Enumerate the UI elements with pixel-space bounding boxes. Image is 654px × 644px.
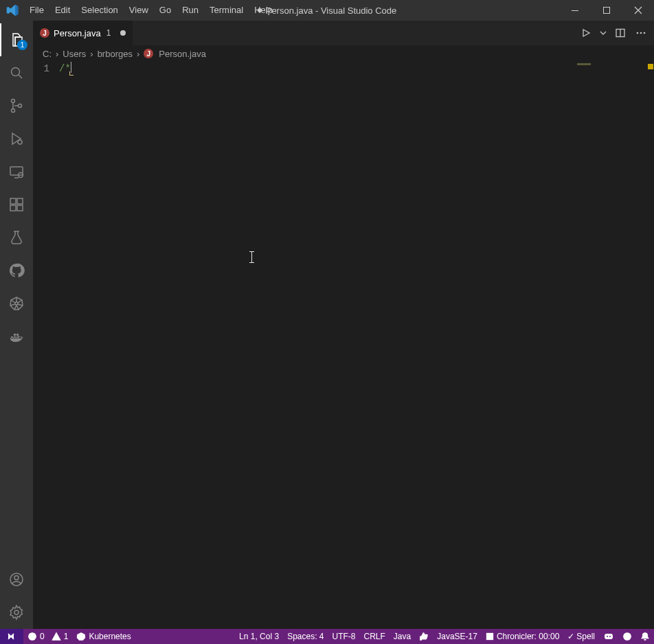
java-file-icon: J: [144, 49, 153, 58]
workbench: 1: [0, 21, 654, 629]
code-content[interactable]: /*: [59, 62, 76, 76]
activity-accounts[interactable]: [0, 563, 33, 596]
svg-point-20: [640, 32, 642, 34]
status-spaces-text: Spaces: 4: [287, 632, 324, 641]
breadcrumb-seg-3[interactable]: Person.java: [159, 49, 206, 59]
svg-rect-24: [486, 634, 493, 640]
minimap-content: [577, 63, 591, 65]
svg-rect-11: [17, 205, 23, 211]
status-kubernetes-text: Kubernetes: [89, 632, 131, 641]
menu-run[interactable]: Run: [177, 0, 204, 21]
menu-go[interactable]: Go: [154, 0, 177, 21]
status-kubernetes[interactable]: Kubernetes: [72, 629, 135, 644]
code-editor[interactable]: 1 /*: [33, 62, 573, 629]
window-close-button[interactable]: [622, 0, 654, 21]
status-eol[interactable]: CRLF: [360, 629, 390, 644]
status-indentation[interactable]: Spaces: 4: [283, 629, 328, 644]
activity-testing[interactable]: [0, 221, 33, 254]
overview-ruler[interactable]: [644, 62, 654, 629]
svg-point-4: [12, 109, 15, 113]
activity-run-debug[interactable]: [0, 122, 33, 155]
svg-point-25: [624, 633, 631, 641]
breadcrumb-seg-1[interactable]: Users: [63, 49, 86, 59]
menu-file[interactable]: File: [24, 0, 49, 21]
status-language-mode[interactable]: Java: [390, 629, 415, 644]
status-problems[interactable]: 0 1: [23, 629, 72, 644]
window-controls: [559, 0, 654, 21]
status-encoding[interactable]: UTF-8: [328, 629, 360, 644]
status-warning-count: 1: [64, 632, 69, 641]
svg-rect-12: [17, 198, 23, 204]
window-minimize-button[interactable]: [559, 0, 591, 21]
java-file-icon: J: [40, 28, 49, 38]
status-spell-text: Spell: [567, 632, 595, 641]
status-notifications[interactable]: [636, 629, 654, 644]
editor-split: 1 /*: [33, 62, 654, 629]
minimap[interactable]: [573, 62, 644, 629]
svg-rect-1: [604, 8, 610, 14]
menu-selection[interactable]: Selection: [76, 0, 123, 21]
bracket-guide-icon: [69, 71, 74, 76]
status-encoding-text: UTF-8: [332, 632, 356, 641]
status-copilot[interactable]: [599, 629, 618, 644]
overview-warning-marker: [648, 64, 653, 69]
record-icon: [486, 632, 494, 641]
run-code-dropdown[interactable]: [599, 25, 607, 41]
activity-settings[interactable]: [0, 596, 33, 629]
chevron-right-icon: ›: [56, 49, 58, 59]
svg-rect-7: [10, 167, 23, 175]
status-error-count: 0: [40, 632, 45, 641]
status-remote-button[interactable]: [0, 629, 23, 644]
menu-edit[interactable]: Edit: [49, 0, 76, 21]
status-java-thumbsup[interactable]: [415, 629, 433, 644]
status-chronicler[interactable]: Chronicler: 00:00: [482, 629, 563, 644]
vscode-logo-icon: [0, 3, 24, 17]
menu-bar: File Edit Selection View Go Run Terminal…: [24, 0, 278, 21]
activity-github[interactable]: [0, 254, 33, 287]
breadcrumb-seg-2[interactable]: brborges: [98, 49, 133, 59]
status-feedback[interactable]: [618, 629, 636, 644]
window-maximize-button[interactable]: [591, 0, 622, 21]
svg-point-2: [12, 68, 20, 76]
activity-remote-explorer[interactable]: [0, 155, 33, 188]
menu-view[interactable]: View: [124, 0, 154, 21]
activity-bar: 1: [0, 21, 33, 629]
status-lang-text: Java: [394, 632, 411, 641]
svg-point-16: [14, 576, 19, 580]
activity-search[interactable]: [0, 56, 33, 89]
tab-pinned-suffix: 1: [106, 28, 111, 38]
svg-rect-0: [572, 10, 578, 11]
activity-explorer[interactable]: 1: [0, 23, 33, 56]
status-jdk[interactable]: JavaSE-17: [433, 629, 482, 644]
tab-person-java[interactable]: J Person.java 1: [33, 21, 133, 45]
svg-point-14: [15, 302, 18, 305]
svg-point-5: [19, 104, 22, 108]
menu-terminal[interactable]: Terminal: [204, 0, 249, 21]
activity-source-control[interactable]: [0, 89, 33, 122]
breadcrumb[interactable]: C: › Users › brborges › J Person.java: [33, 45, 654, 62]
svg-rect-9: [10, 198, 16, 204]
editor-tabs: J Person.java 1: [33, 21, 654, 45]
tab-filename: Person.java: [54, 28, 101, 38]
mouse-ibeam-cursor-icon: [251, 251, 252, 263]
svg-point-19: [637, 32, 639, 34]
menu-help[interactable]: Help: [249, 0, 278, 21]
more-actions-button[interactable]: [633, 25, 649, 41]
split-editor-button[interactable]: [613, 25, 628, 41]
activity-kubernetes[interactable]: [0, 287, 33, 320]
status-bar: 0 1 Kubernetes Ln 1, Col 3 Spaces: 4 UTF…: [0, 629, 654, 644]
line-number: 1: [33, 62, 59, 76]
activity-docker[interactable]: [0, 320, 33, 353]
breadcrumb-seg-0[interactable]: C:: [43, 49, 52, 59]
status-chronicler-text: Chronicler: 00:00: [497, 632, 559, 641]
status-eol-text: CRLF: [364, 632, 385, 641]
status-cursor-position[interactable]: Ln 1, Col 3: [235, 629, 283, 644]
run-code-button[interactable]: [578, 25, 594, 41]
status-spell[interactable]: Spell: [563, 629, 599, 644]
status-cursor-text: Ln 1, Col 3: [239, 632, 279, 641]
editor-line: 1 /*: [33, 62, 573, 76]
chevron-right-icon: ›: [137, 49, 139, 59]
editor-actions: [578, 21, 654, 45]
chevron-right-icon: ›: [90, 49, 93, 59]
activity-extensions[interactable]: [0, 188, 33, 221]
